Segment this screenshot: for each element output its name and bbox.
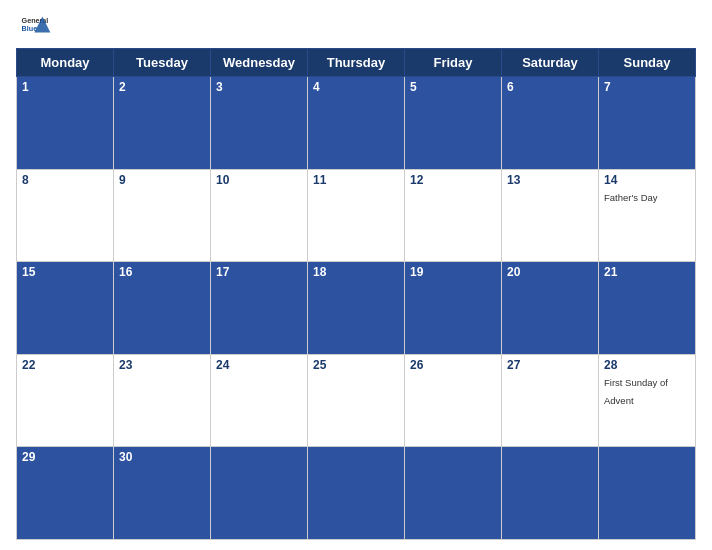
week-row-5: 2930	[17, 447, 696, 540]
weekday-header-monday: Monday	[17, 49, 114, 77]
day-cell-9: 9	[114, 169, 211, 262]
weekday-header-tuesday: Tuesday	[114, 49, 211, 77]
day-cell-15: 15	[17, 262, 114, 355]
day-number: 6	[507, 80, 593, 94]
week-row-4: 22232425262728First Sunday of Advent	[17, 354, 696, 447]
day-number: 18	[313, 265, 399, 279]
logo-icon: General Blue	[20, 10, 52, 42]
day-cell-21: 21	[599, 262, 696, 355]
weekday-header-friday: Friday	[405, 49, 502, 77]
day-cell-19: 19	[405, 262, 502, 355]
day-number: 24	[216, 358, 302, 372]
day-cell-17: 17	[211, 262, 308, 355]
day-number: 5	[410, 80, 496, 94]
day-cell-4: 4	[308, 77, 405, 170]
day-cell-2: 2	[114, 77, 211, 170]
day-cell-empty	[405, 447, 502, 540]
day-cell-28: 28First Sunday of Advent	[599, 354, 696, 447]
day-number: 9	[119, 173, 205, 187]
day-number: 7	[604, 80, 690, 94]
day-number: 3	[216, 80, 302, 94]
week-row-2: 891011121314Father's Day	[17, 169, 696, 262]
day-cell-16: 16	[114, 262, 211, 355]
day-cell-8: 8	[17, 169, 114, 262]
day-number: 25	[313, 358, 399, 372]
weekday-header-thursday: Thursday	[308, 49, 405, 77]
day-cell-empty	[211, 447, 308, 540]
day-cell-empty	[502, 447, 599, 540]
day-number: 17	[216, 265, 302, 279]
day-number: 29	[22, 450, 108, 464]
day-cell-29: 29	[17, 447, 114, 540]
day-cell-3: 3	[211, 77, 308, 170]
day-cell-24: 24	[211, 354, 308, 447]
day-cell-20: 20	[502, 262, 599, 355]
day-cell-6: 6	[502, 77, 599, 170]
day-cell-25: 25	[308, 354, 405, 447]
day-cell-1: 1	[17, 77, 114, 170]
day-number: 10	[216, 173, 302, 187]
day-number: 22	[22, 358, 108, 372]
event-text: Father's Day	[604, 192, 658, 203]
day-number: 4	[313, 80, 399, 94]
day-cell-27: 27	[502, 354, 599, 447]
calendar-wrapper: General Blue MondayTuesdayWednesdayThurs…	[0, 0, 712, 550]
calendar-thead: MondayTuesdayWednesdayThursdayFridaySatu…	[17, 49, 696, 77]
day-number: 15	[22, 265, 108, 279]
day-cell-empty	[599, 447, 696, 540]
day-number: 16	[119, 265, 205, 279]
day-cell-22: 22	[17, 354, 114, 447]
day-number: 2	[119, 80, 205, 94]
days-of-week-row: MondayTuesdayWednesdayThursdayFridaySatu…	[17, 49, 696, 77]
weekday-header-saturday: Saturday	[502, 49, 599, 77]
day-number: 20	[507, 265, 593, 279]
calendar-table: MondayTuesdayWednesdayThursdayFridaySatu…	[16, 48, 696, 540]
day-number: 30	[119, 450, 205, 464]
day-cell-12: 12	[405, 169, 502, 262]
day-cell-26: 26	[405, 354, 502, 447]
logo: General Blue	[20, 10, 52, 42]
week-row-3: 15161718192021	[17, 262, 696, 355]
calendar-tbody: 1234567891011121314Father's Day151617181…	[17, 77, 696, 540]
event-text: First Sunday of Advent	[604, 377, 668, 406]
day-cell-23: 23	[114, 354, 211, 447]
day-cell-5: 5	[405, 77, 502, 170]
day-number: 14	[604, 173, 690, 187]
day-number: 23	[119, 358, 205, 372]
day-cell-empty	[308, 447, 405, 540]
day-number: 27	[507, 358, 593, 372]
day-number: 19	[410, 265, 496, 279]
day-number: 26	[410, 358, 496, 372]
calendar-header: General Blue	[16, 10, 696, 42]
day-number: 28	[604, 358, 690, 372]
day-cell-7: 7	[599, 77, 696, 170]
week-row-1: 1234567	[17, 77, 696, 170]
weekday-header-sunday: Sunday	[599, 49, 696, 77]
day-number: 21	[604, 265, 690, 279]
day-number: 13	[507, 173, 593, 187]
day-number: 11	[313, 173, 399, 187]
day-cell-14: 14Father's Day	[599, 169, 696, 262]
day-cell-11: 11	[308, 169, 405, 262]
day-number: 12	[410, 173, 496, 187]
svg-text:Blue: Blue	[22, 24, 38, 33]
day-cell-13: 13	[502, 169, 599, 262]
day-cell-30: 30	[114, 447, 211, 540]
day-number: 8	[22, 173, 108, 187]
day-cell-10: 10	[211, 169, 308, 262]
weekday-header-wednesday: Wednesday	[211, 49, 308, 77]
day-number: 1	[22, 80, 108, 94]
day-cell-18: 18	[308, 262, 405, 355]
